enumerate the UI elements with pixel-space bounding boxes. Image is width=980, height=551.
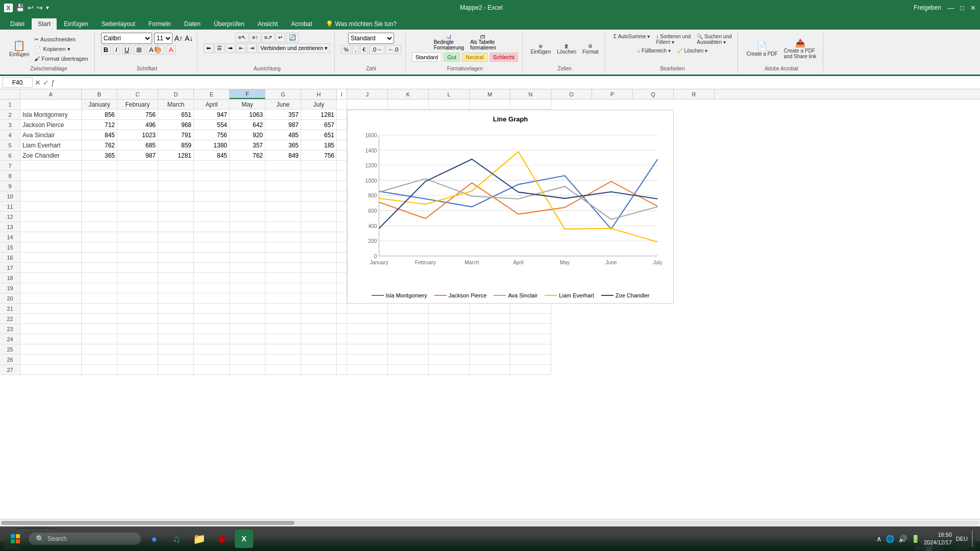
col-header-j[interactable]: J xyxy=(347,89,388,99)
row-header-10[interactable]: 10 xyxy=(0,191,20,202)
formula-cancel-icon[interactable]: ✕ xyxy=(35,79,41,87)
cell-e6[interactable]: 845 xyxy=(194,151,230,161)
formula-insert-icon[interactable]: ƒ xyxy=(51,79,55,87)
cell-a1[interactable] xyxy=(20,99,82,110)
taskbar-battery-icon[interactable]: 🔋 xyxy=(911,535,920,543)
row-header-22[interactable]: 22 xyxy=(0,314,20,324)
row-header-19[interactable]: 19 xyxy=(0,283,20,293)
btn-einfügen-zellen[interactable]: ⊕ Einfügen xyxy=(529,42,553,56)
col-header-l[interactable]: L xyxy=(429,89,470,99)
taskbar-unknown-icon[interactable]: ◆ xyxy=(212,530,231,548)
taskbar-network-icon[interactable]: 🌐 xyxy=(886,535,894,543)
percent-format[interactable]: % xyxy=(341,45,351,54)
cell-f3[interactable]: 642 xyxy=(230,120,265,130)
cell-a4[interactable]: Ava Sinclair xyxy=(20,130,82,140)
cell-j1[interactable] xyxy=(347,99,388,110)
cell-e5[interactable]: 1380 xyxy=(194,140,230,151)
row-header-9[interactable]: 9 xyxy=(0,181,20,191)
row-header-7[interactable]: 7 xyxy=(0,161,20,171)
taskbar-volume-icon[interactable]: 🔊 xyxy=(898,535,907,543)
btn-suchen[interactable]: 🔍 Suchen undAuswählen ▾ xyxy=(695,33,733,46)
align-top-left[interactable]: ≡↖ xyxy=(235,33,248,42)
row-header-14[interactable]: 14 xyxy=(0,232,20,242)
tab-search[interactable]: 💡Was möchten Sie tun? xyxy=(320,18,403,30)
cell-f4[interactable]: 920 xyxy=(230,130,265,140)
tab-acrobat[interactable]: Acrobat xyxy=(285,18,318,30)
style-neutral[interactable]: Neutral xyxy=(462,53,487,62)
cell-n1[interactable] xyxy=(510,99,551,110)
cell-g3[interactable]: 987 xyxy=(265,120,301,130)
tab-ansicht[interactable]: Ansicht xyxy=(252,18,284,30)
cell-h2[interactable]: 1281 xyxy=(301,110,337,120)
row-header-15[interactable]: 15 xyxy=(0,242,20,253)
cell-f1[interactable]: May xyxy=(230,99,265,110)
font-family-select[interactable]: Calibri xyxy=(101,33,152,44)
number-format-select[interactable]: Standard xyxy=(348,33,394,44)
taskbar-search-input[interactable] xyxy=(47,535,124,542)
col-header-n[interactable]: N xyxy=(510,89,551,99)
cell-h3[interactable]: 657 xyxy=(301,120,337,130)
scrollbar-thumb[interactable] xyxy=(1,521,295,525)
btn-einfügen[interactable]: 📋 Einfügen xyxy=(7,39,31,58)
tab-daten[interactable]: Daten xyxy=(178,18,207,30)
cell-c5[interactable]: 685 xyxy=(117,140,158,151)
cell-i1[interactable] xyxy=(337,99,347,110)
align-center[interactable]: ☰ xyxy=(214,43,225,53)
thousands-format[interactable]: , xyxy=(352,45,359,54)
cell-d5[interactable]: 859 xyxy=(158,140,194,151)
decimal-increase[interactable]: .0→ xyxy=(369,45,384,54)
cell-b5[interactable]: 762 xyxy=(82,140,117,151)
taskbar-explorer-icon[interactable]: 📁 xyxy=(190,530,208,548)
formula-input[interactable] xyxy=(57,78,978,87)
cell-a5[interactable]: Liam Everhart xyxy=(20,140,82,151)
taskbar-spotify-icon[interactable]: ♫ xyxy=(167,530,186,548)
col-header-g[interactable]: G xyxy=(265,89,301,99)
row-header-20[interactable]: 20 xyxy=(0,293,20,304)
cell-h4[interactable]: 651 xyxy=(301,130,337,140)
cell-d1[interactable]: March xyxy=(158,99,194,110)
indent-increase[interactable]: ⇥ xyxy=(247,43,257,53)
cell-h5[interactable]: 185 xyxy=(301,140,337,151)
wrap-text[interactable]: ↵ xyxy=(276,33,285,42)
currency-btn[interactable]: € xyxy=(360,45,368,54)
row-header-1[interactable]: 1 xyxy=(0,99,20,110)
row-header-6[interactable]: 6 xyxy=(0,151,20,161)
cell-b1[interactable]: January xyxy=(82,99,117,110)
cell-b6[interactable]: 365 xyxy=(82,151,117,161)
row-header-27[interactable]: 27 xyxy=(0,365,20,375)
cell-b2[interactable]: 856 xyxy=(82,110,117,120)
cell-h1[interactable]: July xyxy=(301,99,337,110)
cell-e2[interactable]: 947 xyxy=(194,110,230,120)
row-header-11[interactable]: 11 xyxy=(0,202,20,212)
col-header-q[interactable]: Q xyxy=(633,89,674,99)
cell-b4[interactable]: 845 xyxy=(82,130,117,140)
btn-ausschneiden[interactable]: ✂ Ausschneiden xyxy=(32,35,90,44)
font-size-increase[interactable]: A↑ xyxy=(175,34,183,42)
cell-d4[interactable]: 791 xyxy=(158,130,194,140)
style-schlecht[interactable]: Schlecht xyxy=(489,53,518,62)
cell-a2[interactable]: Isla Montgomery xyxy=(20,110,82,120)
cell-f2[interactable]: 1063 xyxy=(230,110,265,120)
tab-überprüfen[interactable]: Überprüfen xyxy=(208,18,251,30)
cell-h6[interactable]: 756 xyxy=(301,151,337,161)
cell-g1[interactable]: June xyxy=(265,99,301,110)
cell-c3[interactable]: 496 xyxy=(117,120,158,130)
col-header-p[interactable]: P xyxy=(592,89,633,99)
row-header-26[interactable]: 26 xyxy=(0,355,20,365)
border-button[interactable]: ⊞ xyxy=(134,45,144,55)
row-header-24[interactable]: 24 xyxy=(0,334,20,344)
tab-einfügen[interactable]: Einfügen xyxy=(58,18,94,30)
cell-f6[interactable]: 762 xyxy=(230,151,265,161)
quick-access-undo[interactable]: ↩ xyxy=(28,4,34,12)
decimal-decrease[interactable]: ←.0 xyxy=(385,45,401,54)
col-header-h[interactable]: H xyxy=(301,89,337,99)
btn-autosumme[interactable]: Σ AutoSumme ▾ xyxy=(611,33,652,46)
align-right[interactable]: ➡ xyxy=(226,43,235,53)
btn-als-tabelle[interactable]: 🗃 Als Tabelleformatieren xyxy=(468,33,498,52)
btn-kopieren[interactable]: 📄 Kopieren ▾ xyxy=(32,45,90,54)
font-size-select[interactable]: 11 xyxy=(154,33,173,44)
cell-d2[interactable]: 651 xyxy=(158,110,194,120)
cell-g2[interactable]: 357 xyxy=(265,110,301,120)
col-header-f[interactable]: F xyxy=(230,89,265,99)
bold-button[interactable]: B xyxy=(101,45,111,55)
